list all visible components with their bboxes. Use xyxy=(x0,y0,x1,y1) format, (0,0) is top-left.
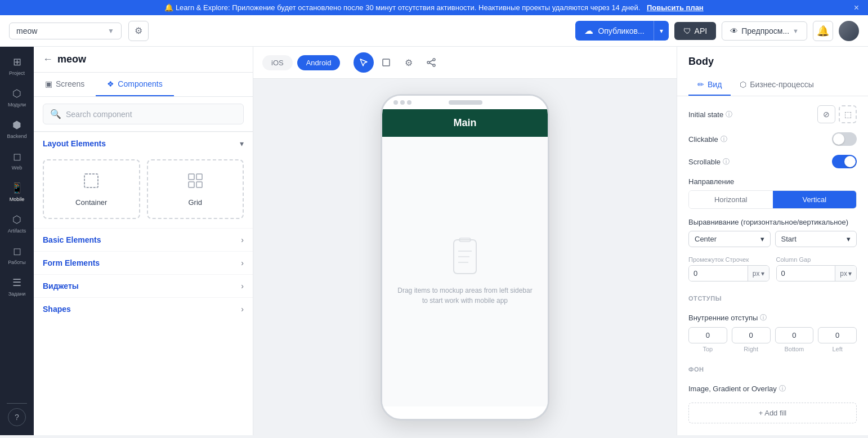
help-button[interactable]: ? xyxy=(8,408,26,426)
ios-button[interactable]: iOS xyxy=(262,55,293,70)
add-fill-button[interactable]: + Add fill xyxy=(688,403,857,423)
project-selector[interactable]: meow ▼ xyxy=(9,23,122,39)
sidebar-item-label: Backend xyxy=(7,133,26,139)
sidebar-item-label: Задани xyxy=(8,291,26,297)
notification-button[interactable]: 🔔 xyxy=(813,21,833,41)
svg-rect-1 xyxy=(189,174,194,180)
padding-bottom-input[interactable] xyxy=(775,327,814,343)
device-dots xyxy=(393,100,411,105)
publish-button[interactable]: ☁ Опубликов... xyxy=(575,21,653,41)
horizontal-button[interactable]: Horizontal xyxy=(689,191,773,208)
svg-line-10 xyxy=(429,63,433,65)
tab-view-label: Вид xyxy=(708,80,722,89)
sidebar-item-web[interactable]: ◻ Web xyxy=(2,146,32,175)
preview-button[interactable]: 👁 Предпросм... ▼ xyxy=(722,21,807,41)
spacing-section-label: ОТСТУПЫ xyxy=(688,290,857,304)
sidebar-item-artifacts[interactable]: ⬡ Artifacts xyxy=(2,209,32,238)
gap-row: Промежуток Строчек 0 px ▾ Column Gap 0 xyxy=(688,256,857,281)
add-fill-label: + Add fill xyxy=(759,409,787,417)
right-tabs: ✏ Вид ⬡ Бизнес-процессы xyxy=(688,74,857,96)
back-button[interactable]: ← xyxy=(43,53,53,65)
svg-point-6 xyxy=(433,59,435,61)
padding-top-field: Top xyxy=(688,327,727,352)
preview-label: Предпросм... xyxy=(741,26,789,35)
padding-help-icon[interactable]: ⓘ xyxy=(760,313,767,323)
layout-section-title: Layout Elements xyxy=(43,139,106,148)
column-gap-unit[interactable]: px ▾ xyxy=(835,266,856,281)
right-panel-header: Body ✏ Вид ⬡ Бизнес-процессы xyxy=(677,47,868,96)
sidebar-item-modules[interactable]: ⬡ Модули xyxy=(2,83,32,112)
settings-button[interactable]: ⚙ xyxy=(128,21,149,41)
toggle-thumb xyxy=(844,156,856,167)
clickable-toggle[interactable] xyxy=(832,132,857,146)
clickable-help-icon[interactable]: ⓘ xyxy=(721,135,727,144)
scrollable-help-icon[interactable]: ⓘ xyxy=(723,157,730,167)
sidebar-item-project[interactable]: ⊞ Project xyxy=(2,51,32,81)
basic-chevron-icon: › xyxy=(241,235,244,244)
sidebar-item-label: Artifacts xyxy=(8,228,26,234)
sidebar-item-label: Mobile xyxy=(10,196,25,202)
layout-section-header[interactable]: Layout Elements ▾ xyxy=(34,132,253,155)
container-card[interactable]: Container xyxy=(43,159,140,219)
direction-label: Направление xyxy=(688,177,857,186)
api-button[interactable]: 🛡 API xyxy=(674,22,717,40)
form-section-header[interactable]: Form Elements › xyxy=(34,252,253,274)
share-tool-button[interactable] xyxy=(421,52,441,73)
sidebar-item-backend[interactable]: ⬢ Backend xyxy=(2,114,32,144)
select-tool-button[interactable] xyxy=(354,52,374,73)
padding-left-input[interactable] xyxy=(818,327,857,343)
direction-section: Направление Horizontal Vertical xyxy=(688,177,857,209)
publish-dropdown-button[interactable]: ▾ xyxy=(654,21,669,41)
svg-rect-5 xyxy=(383,59,390,66)
device-header: Main xyxy=(382,109,548,137)
cloud-icon: ☁ xyxy=(584,25,593,36)
align-v-select[interactable]: Start ▾ xyxy=(775,231,857,247)
basic-section-header[interactable]: Basic Elements › xyxy=(34,229,253,251)
tab-view[interactable]: ✏ Вид xyxy=(688,74,731,96)
scrollable-label: Scrollable ⓘ xyxy=(688,157,730,167)
layout-chevron-icon: ▾ xyxy=(240,139,244,148)
sidebar-item-label: Работы xyxy=(8,260,25,265)
device-dot xyxy=(393,100,398,105)
row-gap-input[interactable]: 0 xyxy=(689,266,748,281)
tab-screens[interactable]: ▣ Screens xyxy=(34,73,96,96)
column-gap-input[interactable]: 0 xyxy=(777,266,835,281)
tab-components[interactable]: ❖ Components xyxy=(96,73,173,96)
row-gap-unit[interactable]: px ▾ xyxy=(748,266,769,281)
container-label: Container xyxy=(75,198,107,207)
publish-group: ☁ Опубликов... ▾ xyxy=(575,21,668,41)
android-button[interactable]: Android xyxy=(297,55,341,70)
grid-card[interactable]: Grid xyxy=(147,159,244,219)
tab-business[interactable]: ⬡ Бизнес-процессы xyxy=(731,74,822,96)
toggle-thumb xyxy=(833,133,844,145)
frame-tool-button[interactable] xyxy=(376,52,396,73)
widgets-section-header[interactable]: Виджеты › xyxy=(34,275,253,297)
state-btn-1[interactable]: ⊘ xyxy=(817,105,835,123)
sidebar-item-tasks[interactable]: ☰ Задани xyxy=(2,272,32,301)
initial-state-help-icon[interactable]: ⓘ xyxy=(726,110,732,119)
business-icon: ⬡ xyxy=(740,80,746,89)
sidebar-item-works[interactable]: ◻ Работы xyxy=(2,240,32,270)
canvas-toolbar: iOS Android ⚙ xyxy=(253,47,677,79)
row-gap-field: Промежуток Строчек 0 px ▾ xyxy=(688,256,769,281)
padding-top-input[interactable] xyxy=(688,327,727,343)
sidebar-item-mobile[interactable]: 📱 Mobile xyxy=(2,177,32,207)
banner-close[interactable]: × xyxy=(854,3,859,13)
state-btn-2[interactable]: ⬚ xyxy=(839,105,857,123)
clickable-label: Clickable ⓘ xyxy=(688,135,727,144)
user-avatar[interactable] xyxy=(839,21,859,41)
basic-section: Basic Elements › xyxy=(34,228,253,251)
settings-tool-button[interactable]: ⚙ xyxy=(399,52,419,73)
image-gradient-help-icon[interactable]: ⓘ xyxy=(779,384,786,394)
align-h-select[interactable]: Center ▾ xyxy=(688,231,771,247)
shapes-section-header[interactable]: Shapes › xyxy=(34,298,253,320)
main-layout: ⊞ Project ⬡ Модули ⬢ Backend ◻ Web 📱 Mob… xyxy=(0,47,868,435)
search-input[interactable] xyxy=(66,110,236,119)
device-content: Drag items to mockup areas from left sid… xyxy=(382,137,548,406)
vertical-button[interactable]: Vertical xyxy=(773,191,857,208)
banner-link[interactable]: Повысить план xyxy=(647,3,704,12)
padding-right-input[interactable] xyxy=(732,327,771,343)
column-gap-field: Column Gap 0 px ▾ xyxy=(776,256,857,281)
tab-components-label: Components xyxy=(118,79,162,88)
scrollable-toggle[interactable] xyxy=(832,155,857,168)
